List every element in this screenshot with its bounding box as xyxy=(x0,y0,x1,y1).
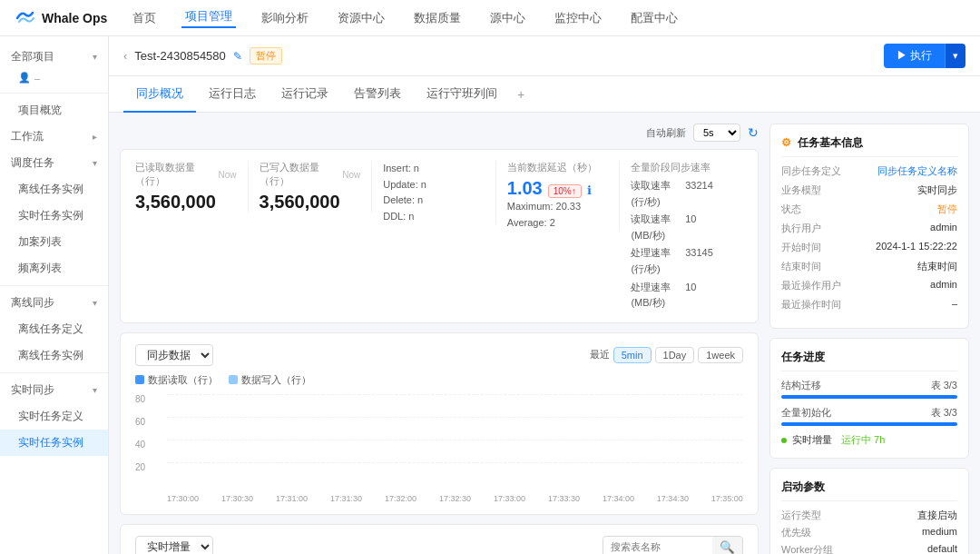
tab-bar: 同步概况 运行日志 运行记录 告警列表 运行守班列间 + xyxy=(109,76,980,113)
breadcrumb-title: Test-2430854580 xyxy=(134,49,225,63)
sidebar-realtime-sync[interactable]: 实时同步 ▾ xyxy=(0,377,108,403)
chart-legend: 数据读取（行） 数据写入（行） xyxy=(135,373,743,387)
tab-run-guard[interactable]: 运行守班列间 xyxy=(414,76,510,113)
auto-refresh-bar: 自动刷新 5s 10s 30s ↻ xyxy=(120,124,759,142)
top-nav: Whale Ops 首页 项目管理 影响分析 资源中心 数据质量 源中心 监控中… xyxy=(0,0,980,36)
chevron-down-icon-3: ▾ xyxy=(93,385,97,395)
chart-y-labels: 80 60 40 20 xyxy=(135,394,162,485)
progress-bar-init xyxy=(781,422,957,426)
chevron-right-icon: ▸ xyxy=(93,132,97,142)
back-button[interactable]: ‹ xyxy=(123,49,127,63)
tab-alert-list[interactable]: 告警列表 xyxy=(341,76,414,113)
chevron-down-icon: ▾ xyxy=(93,158,97,168)
progress-fill-init xyxy=(781,422,957,426)
nav-config[interactable]: 配置中心 xyxy=(627,10,681,26)
chart-header: 同步数据 最近 5min 1Day 1week xyxy=(135,344,743,366)
chart-time-controls: 最近 5min 1Day 1week xyxy=(590,347,743,363)
nav-quality[interactable]: 数据质量 xyxy=(410,10,465,26)
logo-icon xyxy=(15,7,36,29)
time-1day[interactable]: 1Day xyxy=(655,347,695,363)
sidebar-item-freq-list[interactable]: 频离列表 xyxy=(0,255,108,282)
refresh-interval-select[interactable]: 5s 10s 30s xyxy=(693,124,740,142)
refresh-icon[interactable]: ↻ xyxy=(748,125,759,140)
table-type-select[interactable]: 实时增量 xyxy=(135,536,213,554)
sidebar-item-overview[interactable]: 项目概览 xyxy=(0,97,108,124)
write-count-value: 3,560,000 xyxy=(260,192,361,213)
content-area: 自动刷新 5s 10s 30s ↻ 已读取数据量（行） Now xyxy=(109,113,980,554)
edit-icon[interactable]: ✎ xyxy=(233,50,242,63)
sidebar-workflow[interactable]: 工作流 ▸ xyxy=(0,124,108,150)
sidebar-item-realtime-inst[interactable]: 实时任务实例 xyxy=(0,430,108,456)
tab-sync-overview[interactable]: 同步概况 xyxy=(123,76,196,113)
action-buttons: ▶ 执行 ▾ xyxy=(884,44,965,68)
delay-value: 1.03 xyxy=(507,178,543,199)
stat-read-count: 已读取数据量（行） Now 3,560,000 xyxy=(135,161,249,213)
chart-type-select[interactable]: 同步数据 xyxy=(135,344,213,366)
startup-params-card: 启动参数 运行类型 直接启动 优先级 medium Worker分组 defau… xyxy=(769,468,969,554)
sync-def-link[interactable]: 同步任务定义名称 xyxy=(877,164,957,178)
table-section: 实时增量 🔍 源表⇅ 目标表⇅ Insert⇅ xyxy=(120,524,759,554)
nav-source[interactable]: 源中心 xyxy=(486,10,529,26)
search-button[interactable]: 🔍 xyxy=(712,537,742,554)
stat-write-detail: Insert: n Update: n Delete: n DDL: n xyxy=(372,161,496,224)
tab-run-record[interactable]: 运行记录 xyxy=(269,76,341,113)
tab-add-button[interactable]: + xyxy=(510,78,532,111)
nav-impact[interactable]: 影响分析 xyxy=(258,10,312,26)
progress-fill-structure xyxy=(781,395,957,399)
table-search-input[interactable] xyxy=(603,538,712,554)
panel-row-user: 执行用户 admin xyxy=(781,222,957,235)
progress-init: 全量初始化 表 3/3 xyxy=(781,406,957,426)
sidebar: 全部项目 ▾ 👤 – 项目概览 工作流 ▸ 调度任务 ▾ 离线任务实例 实时任务… xyxy=(0,36,109,554)
time-5min[interactable]: 5min xyxy=(613,347,652,363)
auto-refresh-label: 自动刷新 xyxy=(646,126,686,140)
param-row-priority: 优先级 medium xyxy=(781,526,957,539)
info-icon: ℹ xyxy=(587,183,592,197)
chart-container: 80 60 40 20 17:30:0 xyxy=(135,394,743,503)
read-count-value: 3,560,000 xyxy=(135,192,237,213)
stat-sync-rate: 全量阶段同步速率 读取速率(行/秒) 33214 读取速率(MB/秒) 10 处… xyxy=(620,161,743,312)
run-dropdown-button[interactable]: ▾ xyxy=(945,44,965,68)
chart-bars-area xyxy=(167,394,743,485)
panel-row-last-user: 最近操作用户 admin xyxy=(781,279,957,292)
status-tag: 暂停 xyxy=(250,47,282,64)
nav-home[interactable]: 首页 xyxy=(129,10,160,26)
sidebar-item-realtime-instance[interactable]: 实时任务实例 xyxy=(0,203,108,229)
sidebar-item-offline-instance[interactable]: 离线任务实例 xyxy=(0,176,108,203)
sidebar-section-all-projects: 全部项目 ▾ 👤 – xyxy=(0,44,108,89)
param-row-worker: Worker分组 default xyxy=(781,543,957,554)
sidebar-item-case-list[interactable]: 加案列表 xyxy=(0,229,108,255)
sidebar-divider-2 xyxy=(0,285,108,286)
sidebar-all-projects[interactable]: 全部项目 ▾ xyxy=(0,44,108,70)
app-name: Whale Ops xyxy=(42,11,107,25)
nav-project[interactable]: 项目管理 xyxy=(181,8,236,28)
sidebar-schedule[interactable]: 调度任务 ▾ xyxy=(0,150,108,176)
legend-write-dot xyxy=(229,375,238,384)
time-1week[interactable]: 1week xyxy=(698,347,743,363)
search-wrapper: 🔍 xyxy=(603,536,743,554)
panel-row-sync-def: 同步任务定义 同步任务定义名称 xyxy=(781,164,957,178)
chart-section: 同步数据 最近 5min 1Day 1week 数据读取（行） xyxy=(120,332,759,515)
sidebar-divider-3 xyxy=(0,372,108,373)
sidebar-item-offline-def[interactable]: 离线任务定义 xyxy=(0,316,108,342)
legend-read: 数据读取（行） xyxy=(135,373,218,387)
realtime-status-row: 实时增量 运行中 7h xyxy=(781,433,957,447)
content-left: 自动刷新 5s 10s 30s ↻ 已读取数据量（行） Now xyxy=(120,124,759,554)
stats-row: 已读取数据量（行） Now 3,560,000 已写入数据量（行） Now 3,… xyxy=(120,149,759,323)
delay-badge: 10%↑ xyxy=(548,184,582,198)
param-row-type: 运行类型 直接启动 xyxy=(781,509,957,522)
green-dot xyxy=(781,438,787,443)
task-info-icon: ⚙ xyxy=(781,136,791,149)
startup-params-title: 启动参数 xyxy=(781,480,957,501)
legend-read-dot xyxy=(135,375,144,384)
tab-run-log[interactable]: 运行日志 xyxy=(196,76,269,113)
chart-x-labels: 17:30:0017:30:3017:31:0017:31:3017:32:00… xyxy=(167,494,743,503)
sidebar-offline-sync[interactable]: 离线同步 ▾ xyxy=(0,290,108,316)
sidebar-item-realtime-def[interactable]: 实时任务定义 xyxy=(0,403,108,430)
nav-resource[interactable]: 资源中心 xyxy=(334,10,388,26)
stat-write-count: 已写入数据量（行） Now 3,560,000 xyxy=(249,161,373,213)
panel-row-start: 开始时间 2024-1-1 15:22:22 xyxy=(781,241,957,254)
task-info-card: ⚙ 任务基本信息 同步任务定义 同步任务定义名称 业务模型 实时同步 状态 xyxy=(769,124,969,329)
run-button[interactable]: ▶ 执行 xyxy=(884,44,945,68)
sidebar-item-offline-inst[interactable]: 离线任务实例 xyxy=(0,342,108,369)
nav-monitor[interactable]: 监控中心 xyxy=(551,10,605,26)
